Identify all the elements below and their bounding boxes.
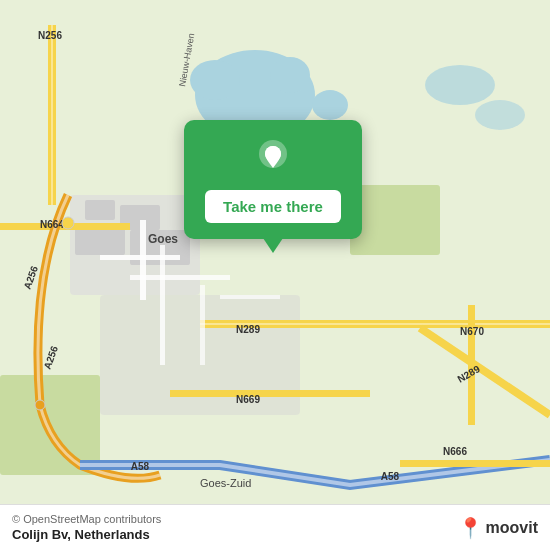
svg-point-3 <box>270 57 310 93</box>
map-container: N256 N664 A256 A256 N289 N289 N669 N670 … <box>0 0 550 550</box>
moovit-pin-icon: 📍 <box>458 518 483 538</box>
svg-rect-22 <box>400 460 550 467</box>
svg-rect-24 <box>100 255 180 260</box>
svg-rect-27 <box>200 285 205 365</box>
attribution-text: © OpenStreetMap contributors Colijn Bv, … <box>12 513 161 542</box>
svg-rect-26 <box>130 275 230 280</box>
svg-point-5 <box>425 65 495 105</box>
svg-text:Goes-Zuid: Goes-Zuid <box>200 477 251 489</box>
location-label: Colijn Bv, Netherlands <box>12 527 161 542</box>
location-pin-icon <box>251 136 295 180</box>
svg-rect-8 <box>85 200 115 220</box>
svg-rect-25 <box>160 245 165 365</box>
svg-text:A58: A58 <box>131 461 150 472</box>
map-svg: N256 N664 A256 A256 N289 N289 N669 N670 … <box>0 0 550 550</box>
moovit-logo-text: moovit <box>486 519 538 537</box>
svg-text:N664: N664 <box>40 219 64 230</box>
svg-text:Goes: Goes <box>148 232 178 246</box>
moovit-logo: 📍 moovit <box>458 518 538 538</box>
svg-point-44 <box>35 400 45 410</box>
svg-text:A58: A58 <box>381 471 400 482</box>
osm-attribution: © OpenStreetMap contributors <box>12 513 161 525</box>
svg-rect-28 <box>220 295 280 299</box>
svg-text:N256: N256 <box>38 30 62 41</box>
svg-point-4 <box>312 90 348 120</box>
svg-text:N289: N289 <box>236 324 260 335</box>
svg-text:N670: N670 <box>460 326 484 337</box>
popup-card[interactable]: Take me there <box>184 120 362 239</box>
bottom-bar: © OpenStreetMap contributors Colijn Bv, … <box>0 504 550 550</box>
svg-text:N669: N669 <box>236 394 260 405</box>
svg-rect-20 <box>170 390 370 397</box>
take-me-there-button[interactable]: Take me there <box>205 190 341 223</box>
svg-rect-14 <box>350 185 440 255</box>
svg-point-2 <box>190 60 240 100</box>
svg-rect-16 <box>51 25 53 205</box>
svg-text:N666: N666 <box>443 446 467 457</box>
svg-point-6 <box>475 100 525 130</box>
svg-point-43 <box>62 217 74 229</box>
